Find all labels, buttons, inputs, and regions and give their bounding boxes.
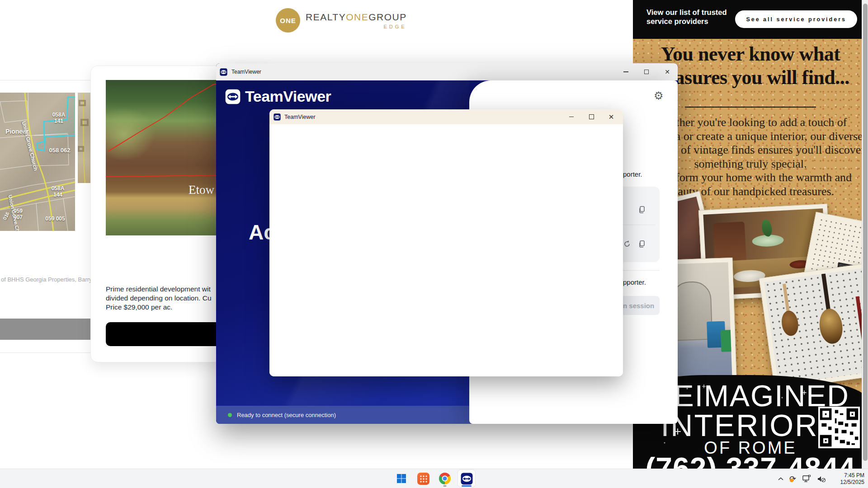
teamviewer-titlebar[interactable]: TeamViewer ✕ [216,63,678,80]
dialog-titlebar[interactable]: TeamViewer ✕ [269,109,623,124]
minimize-icon [623,71,628,72]
listing-description-line: Price $29,000 per ac. [106,303,172,311]
window-controls: ✕ [615,63,678,80]
teamviewer-taskbar-button[interactable] [458,470,475,487]
ad-headline-line1: You never know what [633,42,868,66]
teamviewer-wordmark: TeamViewer [245,88,331,105]
copy-icon [638,206,646,214]
minimize-icon [569,117,574,117]
mandolin-body [817,307,844,345]
teamviewer-logo-icon [225,89,241,104]
parcel-label: 058A 144 [44,185,71,198]
see-all-service-providers-button[interactable]: See all service providers [735,10,857,28]
plat-map-image: 058A 141 058 062 058A 144 059 007 059 00… [0,93,75,231]
copy-password-button[interactable] [638,240,646,249]
copy-icon [638,240,646,248]
status-green-dot-icon [228,413,232,417]
copy-id-button[interactable] [638,206,646,215]
parcel-label: 059 005 [38,216,72,222]
logo-group: GROUP [368,12,407,22]
maximize-button[interactable] [636,63,657,80]
close-icon: ✕ [609,113,614,120]
windows-taskbar: ⟳ 7:45 PM 12/5/2025 [0,469,868,488]
sync-alert-dot [790,479,793,482]
service-providers-line2: service providers [646,17,727,26]
chrome-running-indicator [443,485,447,487]
dialog-window-controls: ✕ [561,109,621,124]
polaroid-photo-mandolins [759,263,868,390]
refresh-icon [623,240,631,248]
service-providers-text: View our list of trusted service provide… [646,8,727,26]
service-providers-line1: View our list of trusted [646,8,727,17]
river-name-label: Etow [189,183,214,197]
dialog-minimize-button[interactable] [561,109,581,124]
page-divider-bottom [0,352,97,353]
sidebar-scrollbar-thumb[interactable] [863,4,868,461]
clock-date: 12/5/2025 [832,479,864,486]
teamviewer-icon [461,473,473,485]
teamviewer-active-indicator [462,485,472,487]
minimize-button[interactable] [615,63,636,80]
tray-overflow-button[interactable] [778,477,783,481]
teamviewer-dialog-window: TeamViewer ✕ [269,109,623,376]
chrome-icon [439,473,451,484]
dialog-content-blank [269,124,623,376]
chrome-button[interactable] [436,470,453,487]
maximize-icon [589,114,594,119]
close-button[interactable]: ✕ [657,63,678,80]
app-grid-icon [417,473,429,485]
display-cast-button[interactable] [802,475,811,483]
taskbar-clock[interactable]: 7:45 PM 12/5/2025 [832,472,864,486]
qr-code [818,406,860,449]
parcel-label: 058A 141 [45,112,72,124]
gear-icon: ⚙ [654,89,664,102]
panel-text-fragment-top: porter. [623,170,642,178]
connection-status-text: Ready to connect (secure connection) [237,412,336,418]
listing-description-line: Prime residential development wit [106,285,211,293]
orange-app-button[interactable] [415,470,432,487]
photo-duck-figurine [761,219,772,237]
service-providers-banner: View our list of trusted service provide… [633,0,868,39]
teamviewer-app-icon [274,113,281,121]
dialog-window-title: TeamViewer [284,114,316,120]
chevron-up-icon [778,477,783,481]
page-divider-top [0,80,96,80]
photo-green-bag [721,330,732,352]
logo-wordmark-row: REALTYONEGROUP [306,12,407,23]
panel-text-fragment-bottom: pporter. [623,278,646,286]
sidebar-scrollbar[interactable] [862,0,868,469]
refresh-password-button[interactable] [623,240,631,249]
settings-gear-button[interactable]: ⚙ [654,90,664,101]
one-circle-logo: ONE [276,8,300,33]
dialog-maximize-button[interactable] [581,109,601,124]
taskbar-center-icons [393,470,475,487]
windows-start-icon [396,473,407,484]
logo-edge: EDGE [306,24,407,29]
clock-time: 7:45 PM [832,472,864,479]
parcel-label: 058 062 [45,147,74,154]
start-button[interactable] [393,470,410,487]
close-icon: ✕ [665,69,670,75]
teamviewer-logo: TeamViewer [225,88,331,105]
headline-underline [685,107,816,108]
realty-one-group-logo: ONE REALTYONEGROUP EDGE [276,8,407,33]
logo-realty: REALTY [306,12,346,22]
agent-credit-text: of BHHS Georgia Properties, Barry J [1,276,97,283]
system-tray: ⟳ 7:45 PM 12/5/2025 [778,469,864,488]
teamviewer-app-icon [220,68,227,76]
dialog-close-button[interactable]: ✕ [601,109,621,124]
window-title: TeamViewer [231,69,261,75]
maximize-icon [644,70,649,74]
sync-status-button[interactable]: ⟳ [789,474,796,483]
plat-map-thumbnail [78,93,91,183]
volume-button[interactable] [817,475,826,483]
mandolin-neck [821,273,831,311]
logo-one: ONE [346,12,368,22]
logo-wordmark: REALTYONEGROUP EDGE [306,12,407,29]
ad-phone-number: (762) 337-4844 [633,451,868,469]
one-circle-text: ONE [280,17,296,24]
display-icon [802,475,811,483]
volume-muted-icon [817,475,826,483]
aerial-property-photo: Etow [106,80,217,235]
secondary-action-button[interactable] [0,319,95,340]
